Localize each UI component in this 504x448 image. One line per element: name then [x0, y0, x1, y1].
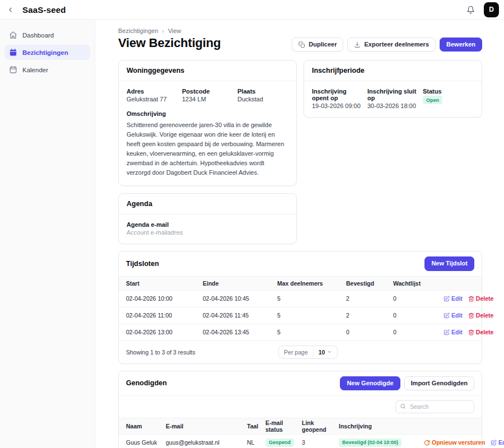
delete-tijdslot-button[interactable]: Delete	[468, 295, 494, 302]
col-start: Start	[126, 279, 203, 288]
agenda-email-label: Agenda e-mail	[127, 221, 288, 228]
calendar-icon	[9, 66, 17, 74]
sidebar-item-label: Bezichtigingen	[22, 49, 68, 56]
breadcrumb: Bezichtigingen › View	[118, 27, 482, 34]
per-page-label: Per page	[279, 346, 313, 358]
notifications-button[interactable]	[464, 3, 477, 16]
edit-button[interactable]: Bewerken	[440, 38, 482, 52]
new-genodigde-button[interactable]: New Genodigde	[340, 376, 400, 390]
new-tijdslot-label: New Tijdslot	[431, 260, 468, 267]
bell-icon	[466, 6, 475, 14]
genodigden-title: Genodigden	[126, 379, 167, 387]
guest-email: guus@gelukstraat.nl	[166, 438, 247, 447]
sluit-value: 30-03-2026 18:00	[367, 102, 418, 109]
tijdsloten-card: Tijdsloten New Tijdslot Start Einde Max …	[118, 251, 482, 363]
status-badge: Open	[423, 96, 442, 104]
calendar-check-icon	[9, 48, 17, 57]
edit-label: Bewerken	[446, 41, 475, 48]
card-title: Inschrijfperiode	[304, 60, 482, 81]
sidebar-item-label: Kalender	[22, 67, 48, 73]
per-page-select[interactable]: Per page 10	[278, 346, 338, 359]
main-content: Bezichtigingen › View View Bezichtiging …	[95, 20, 504, 448]
col-bevestigd: Bevestigd	[346, 279, 393, 288]
avatar[interactable]: D	[484, 2, 499, 17]
pencil-icon	[491, 440, 497, 446]
col-link-geopend: Link geopend	[302, 418, 339, 434]
delete-tijdslot-button[interactable]: Delete	[468, 329, 494, 335]
per-page-value: 10	[319, 349, 325, 356]
col-email: E-mail	[166, 422, 247, 431]
email-status-badge: Geopend	[265, 438, 294, 447]
app-title: SaaS-seed	[22, 5, 66, 15]
agenda-email-value: Account e-mailadres	[127, 229, 288, 236]
results-summary: Showing 1 to 3 of 3 results	[126, 349, 195, 356]
edit-tijdslot-button[interactable]: Edit	[444, 295, 463, 302]
guest-language: NL	[247, 438, 265, 447]
postcode-label: Postcode	[182, 88, 233, 95]
export-participants-button[interactable]: Exporteer deelnemers	[347, 38, 436, 52]
search-input[interactable]	[395, 400, 474, 413]
col-naam: Naam	[126, 422, 166, 431]
pencil-icon	[444, 296, 450, 302]
edit-guest-button[interactable]: Edit	[491, 439, 504, 446]
chevron-right-icon: ›	[162, 28, 164, 34]
adres-value: Gelukstraat 77	[127, 96, 178, 102]
sidebar-item-kalender[interactable]: Kalender	[4, 62, 90, 77]
status-label: Status	[423, 88, 474, 95]
import-genodigden-button[interactable]: Import Genodigden	[404, 376, 474, 390]
card-title: Woninggegevens	[119, 60, 296, 81]
delete-tijdslot-button[interactable]: Delete	[468, 312, 494, 319]
col-wachtlijst: Wachtlijst	[393, 279, 444, 288]
col-inschrijving: Inschrijving	[339, 422, 424, 431]
download-icon	[354, 41, 361, 48]
inschrijving-badge: Bevestigd (02-04 10:00)	[339, 438, 402, 447]
edit-tijdslot-button[interactable]: Edit	[444, 329, 463, 335]
import-genodigden-label: Import Genodigden	[411, 380, 468, 387]
home-icon	[9, 31, 17, 39]
table-row: Guus Geluk guus@gelukstraat.nl NL Geopen…	[119, 434, 482, 448]
export-label: Exporteer deelnemers	[364, 41, 429, 48]
chevron-down-icon	[327, 349, 332, 354]
copy-icon	[298, 41, 305, 48]
opent-value: 19-03-2026 09:00	[312, 102, 363, 109]
tijdsloten-table: Start Einde Max deelnemers Bevestigd Wac…	[119, 276, 482, 363]
new-tijdslot-button[interactable]: New Tijdslot	[424, 256, 474, 270]
genodigden-card: Genodigden New Genodigde Import Genodigd…	[118, 371, 482, 448]
breadcrumb-current: View	[168, 27, 181, 34]
omschrijving-label: Omschrijving	[127, 110, 288, 117]
table-header-row: Naam E-mail Taal E-mail status Link geop…	[119, 418, 482, 434]
chevron-left-icon	[7, 6, 14, 13]
col-email-status: E-mail status	[265, 418, 302, 434]
duplicate-label: Dupliceer	[309, 41, 337, 48]
col-taal: Taal	[247, 422, 265, 431]
trash-icon	[468, 312, 474, 319]
duplicate-button[interactable]: Dupliceer	[292, 38, 343, 52]
refresh-icon	[424, 440, 430, 446]
breadcrumb-parent[interactable]: Bezichtigingen	[118, 27, 158, 34]
link-opened-count: 3	[302, 438, 339, 447]
omschrijving-text: Schitterend gerenoveerde jaren-30 villa …	[127, 120, 288, 178]
search-icon	[400, 403, 406, 409]
woninggegevens-card: Woninggegevens Adres Gelukstraat 77 Post…	[118, 60, 297, 186]
sidebar: Dashboard Bezichtigingen Kalender	[0, 20, 95, 448]
app-header: SaaS-seed D	[0, 0, 504, 20]
plaats-label: Plaats	[237, 88, 288, 95]
sidebar-item-label: Dashboard	[22, 32, 54, 39]
table-row: 02-04-2026 10:00 02-04-2026 10:45 5 2 0 …	[119, 290, 482, 307]
card-title: Agenda	[119, 194, 296, 214]
resend-button[interactable]: Opnieuw versturen	[424, 439, 485, 446]
pencil-icon	[444, 329, 450, 335]
trash-icon	[468, 329, 474, 335]
sluit-label: Inschrijving sluit op	[367, 88, 418, 101]
sidebar-item-dashboard[interactable]: Dashboard	[4, 27, 90, 43]
back-button[interactable]	[4, 4, 16, 15]
adres-label: Adres	[127, 88, 178, 95]
table-row: 02-04-2026 11:00 02-04-2026 11:45 5 2 0 …	[119, 307, 482, 324]
genodigden-table: Naam E-mail Taal E-mail status Link geop…	[119, 418, 482, 448]
agenda-card: Agenda Agenda e-mail Account e-mailadres	[118, 193, 297, 244]
table-row: 02-04-2026 13:00 02-04-2026 13:45 5 0 0 …	[119, 324, 482, 340]
sidebar-item-bezichtigingen[interactable]: Bezichtigingen	[4, 45, 90, 60]
edit-tijdslot-button[interactable]: Edit	[444, 312, 463, 319]
plaats-value: Duckstad	[237, 96, 288, 102]
col-einde: Einde	[203, 279, 277, 288]
